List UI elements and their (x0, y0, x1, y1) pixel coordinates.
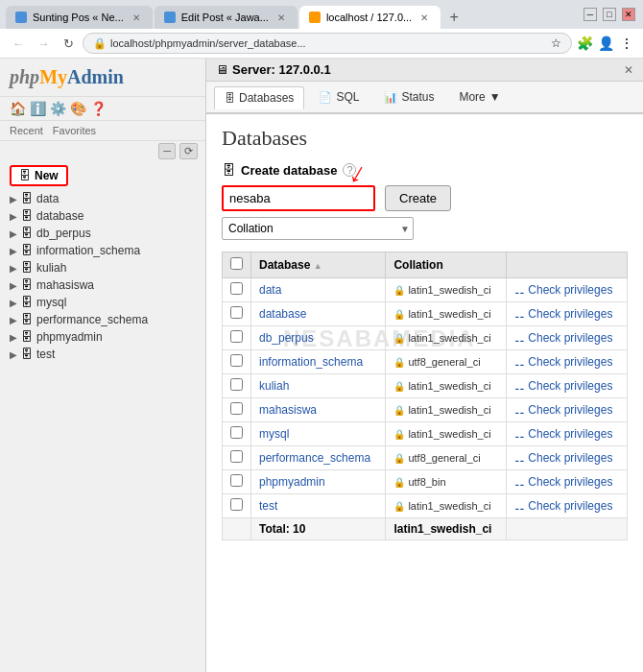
row-collation: 🔒 latin1_swedish_ci (386, 374, 507, 398)
recent-link[interactable]: Recent (10, 125, 43, 136)
window-close[interactable]: ✕ (622, 8, 635, 21)
db-icon: 🗄 (21, 296, 33, 309)
refresh-button[interactable]: ↻ (58, 33, 79, 54)
profile-icon[interactable]: 👤 (597, 35, 614, 52)
logo-text: phpMyAdmin (10, 66, 124, 87)
sidebar-nav-section: Recent Favorites (0, 121, 205, 141)
row-db-name: mysql (251, 422, 386, 446)
row-collation: 🔒 latin1_swedish_ci (386, 302, 507, 326)
row-db-name: performance_schema (251, 446, 386, 470)
db-name-link[interactable]: information_schema (259, 355, 363, 369)
row-checkbox[interactable] (230, 474, 243, 487)
info-icon[interactable]: ℹ️ (30, 101, 46, 116)
tab-favicon-1 (15, 12, 27, 23)
help-icon[interactable]: ❓ (90, 101, 107, 116)
db-name-link[interactable]: test (259, 499, 277, 513)
address-bar[interactable]: 🔒 localhost/phpmyadmin/server_database..… (83, 33, 572, 54)
close-server-button[interactable]: ✕ (624, 63, 633, 77)
star-icon[interactable]: ☆ (551, 36, 561, 50)
list-item[interactable]: ▶ 🗄 test (0, 346, 205, 363)
check-privileges-link[interactable]: ⚋ Check privileges (514, 307, 612, 321)
table-row: db_perpus 🔒 latin1_swedish_ci ⚋ Check pr… (223, 326, 628, 350)
list-item[interactable]: ▶ 🗄 kuliah (0, 259, 205, 276)
new-label: New (35, 169, 59, 182)
row-checkbox[interactable] (230, 378, 243, 391)
check-privileges-link[interactable]: ⚋ Check privileges (514, 355, 612, 369)
row-checkbox[interactable] (230, 306, 243, 319)
db-name-link[interactable]: database (259, 307, 306, 321)
list-item[interactable]: ▶ 🗄 phpmyadmin (0, 328, 205, 346)
check-privileges-link[interactable]: ⚋ Check privileges (514, 475, 612, 489)
row-checkbox[interactable] (230, 450, 243, 463)
lock-icon: 🔒 (393, 333, 405, 344)
row-collation: 🔒 utf8_bin (386, 470, 507, 494)
list-item[interactable]: ▶ 🗄 data (0, 190, 205, 207)
collapse-all-button[interactable]: ─ (158, 143, 176, 159)
row-checkbox[interactable] (230, 354, 243, 367)
menu-button[interactable]: ⋮ (618, 35, 635, 52)
new-database-button[interactable]: 🗄 New (10, 165, 68, 186)
check-privileges-link[interactable]: ⚋ Check privileges (514, 379, 612, 393)
db-name-link[interactable]: kuliah (259, 379, 289, 393)
tab-more[interactable]: More ▼ (448, 85, 511, 108)
favorites-link[interactable]: Favorites (53, 125, 96, 136)
collation-select[interactable]: Collation (222, 217, 414, 240)
tab-sql[interactable]: 📄 SQL (308, 85, 369, 108)
db-name-link[interactable]: db_perpus (259, 331, 314, 345)
list-item[interactable]: ▶ 🗄 mysql (0, 294, 205, 311)
collation-value: 🔒 latin1_swedish_ci (393, 308, 498, 320)
tab-databases[interactable]: 🗄 Databases (214, 86, 304, 109)
forward-button[interactable]: → (33, 33, 54, 54)
row-checkbox[interactable] (230, 330, 243, 343)
main-panel: 🖥 Server: 127.0.0.1 ✕ 🗄 Databases 📄 SQL … (206, 59, 643, 672)
check-privileges-link[interactable]: ⚋ Check privileges (514, 451, 612, 465)
list-item[interactable]: ▶ 🗄 performance_schema (0, 311, 205, 328)
create-button[interactable]: Create (385, 185, 451, 211)
tab-close-1[interactable]: ✕ (130, 11, 143, 24)
theme-icon[interactable]: 🎨 (70, 101, 86, 116)
list-item[interactable]: ▶ 🗄 db_perpus (0, 225, 205, 242)
row-action: ⚋ Check privileges (507, 350, 628, 374)
tab-1[interactable]: Sunting Pos « Ne... ✕ (6, 6, 153, 29)
check-privileges-link[interactable]: ⚋ Check privileges (514, 403, 612, 417)
row-checkbox[interactable] (230, 426, 243, 439)
db-name-link[interactable]: performance_schema (259, 451, 370, 465)
tab-close-2[interactable]: ✕ (274, 11, 288, 24)
check-privileges-link[interactable]: ⚋ Check privileges (514, 331, 612, 345)
database-name-input[interactable] (222, 185, 375, 211)
new-tab-button[interactable]: + (442, 6, 465, 29)
check-privileges-link[interactable]: ⚋ Check privileges (514, 283, 612, 297)
row-checkbox[interactable] (230, 402, 243, 415)
window-maximize[interactable]: □ (603, 8, 616, 21)
tab-close-3[interactable]: ✕ (417, 11, 431, 24)
list-item[interactable]: ▶ 🗄 database (0, 207, 205, 225)
collation-value: 🔒 utf8_general_ci (393, 356, 498, 368)
window-minimize[interactable]: ─ (583, 8, 597, 21)
refresh-databases-button[interactable]: ⟳ (179, 143, 198, 159)
extensions-button[interactable]: 🧩 (576, 35, 593, 52)
db-name: mahasiswa (36, 278, 94, 292)
db-icon: 🗄 (21, 227, 33, 240)
row-checkbox[interactable] (230, 282, 243, 295)
check-privileges-link[interactable]: ⚋ Check privileges (514, 499, 612, 513)
row-checkbox[interactable] (230, 498, 243, 511)
back-button[interactable]: ← (8, 33, 29, 54)
db-name-link[interactable]: phpmyadmin (259, 475, 325, 489)
list-item[interactable]: ▶ 🗄 mahasiswa (0, 276, 205, 294)
tab-status[interactable]: 📊 Status (373, 85, 444, 108)
table-row: kuliah 🔒 latin1_swedish_ci ⚋ Check privi… (223, 374, 628, 398)
db-name-link[interactable]: data (259, 283, 281, 297)
row-checkbox-col (223, 422, 251, 446)
home-icon[interactable]: 🏠 (10, 101, 26, 116)
lock-icon: 🔒 (393, 309, 405, 320)
list-item[interactable]: ▶ 🗄 information_schema (0, 242, 205, 259)
settings-icon[interactable]: ⚙️ (50, 101, 66, 116)
select-all-checkbox[interactable] (230, 257, 243, 270)
db-name-link[interactable]: mahasiswa (259, 403, 317, 417)
chevron-down-icon: ▼ (489, 90, 501, 104)
row-checkbox-col (223, 326, 251, 350)
db-name-link[interactable]: mysql (259, 427, 289, 441)
tab-2[interactable]: Edit Post « Jawa... ✕ (155, 6, 298, 29)
check-privileges-link[interactable]: ⚋ Check privileges (514, 427, 612, 441)
tab-3[interactable]: localhost / 127.0... ✕ (299, 6, 441, 29)
